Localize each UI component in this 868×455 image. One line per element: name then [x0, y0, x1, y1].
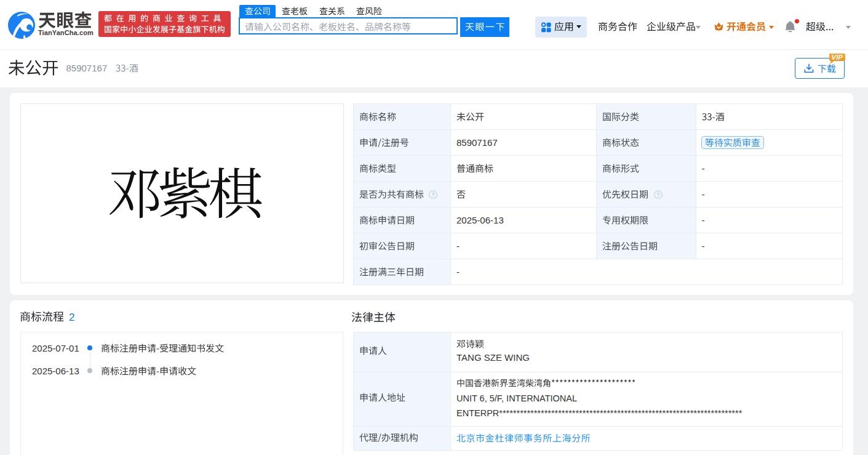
svg-text:?: ?	[656, 191, 659, 198]
svg-text:?: ?	[431, 191, 434, 198]
